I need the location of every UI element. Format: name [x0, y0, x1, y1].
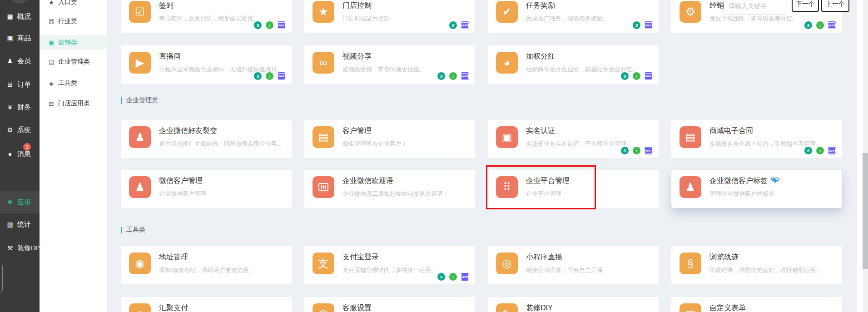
category-item-label: 门店应用类	[58, 99, 90, 108]
app-card[interactable]: ∞视频分享短视频营销，带货传播更便捷。S♪WAP	[304, 45, 475, 84]
platform-badges: S♪WAP	[621, 72, 652, 80]
keyword-input[interactable]	[724, 0, 787, 15]
app-card[interactable]: ☑签到每日签到，反复到店，增加会员粘性。S♪WAP	[121, 0, 292, 33]
category-item-label: 营销类	[58, 39, 77, 47]
entry-category-icon: ★	[47, 0, 55, 6]
left-edge-handle[interactable]	[0, 265, 3, 292]
app-card-title: 客服设置	[342, 303, 372, 312]
app-card-title: 汇聚支付	[159, 303, 188, 312]
task-reward-clipboard-icon: ✔	[496, 1, 518, 23]
app-card-desc: 支付宝端登录访问，多端统一运营。	[342, 266, 437, 274]
platform-badges: S♪WAP	[437, 273, 469, 281]
weapp-icon: S	[633, 21, 640, 29]
app-card[interactable]: ♟微信客户管理企业微信客户管理	[121, 170, 292, 208]
scrollbar-thumb[interactable]	[863, 153, 868, 269]
app-card[interactable]: 支支付宝登录支付宝端登录访问，多端统一运营。S♪WAP	[304, 246, 475, 284]
app-card[interactable]: ▤客户管理归集管理所有企业客户！	[304, 120, 475, 158]
app-window: ▦概况▣商品♟会员⊞订单¥财务⚙系统●消息3❖应用▥统计⚒装修DIY ★入口类⌘…	[0, 0, 868, 312]
sidebar-item-apps[interactable]: ❖应用	[0, 191, 41, 213]
app-card[interactable]: ▣实名认证多场景业务实名认证，平台规范化管理。S♪WAP	[488, 120, 659, 158]
app-card-title: 视频分享	[342, 52, 425, 61]
wap-icon: WAP	[645, 147, 652, 154]
app-card[interactable]: §浏览轨迹轨迹记录，洞察浏览偏好，进行精细运营。	[671, 246, 842, 284]
card-row: ♟微信客户管理企业微信客户管理Hi企业微信欢迎语企业微信员工添加好友自动发送欢迎…	[121, 170, 842, 208]
h5-icon: ♪	[816, 147, 824, 154]
sidebar-item-finance[interactable]: ¥财务	[0, 102, 40, 112]
app-card[interactable]: ◉地址管理添加/修改地址，协助用户更改信息。	[121, 246, 292, 284]
app-card[interactable]: ◎小程序直播链接公域流量，平台自主开播。	[488, 246, 659, 284]
wap-icon: WAP	[461, 273, 469, 281]
section-title: 企业管理类	[126, 96, 158, 104]
category-item-label: 企业管理类	[58, 58, 90, 66]
goods-icon: ▣	[5, 35, 15, 42]
app-card-desc: 多场景业务实名认证，平台规范化管理。	[526, 140, 632, 148]
app-card-desc: 发展下线团队，多等级极差分红。	[709, 15, 798, 23]
industry-category-icon: ⌘	[47, 18, 55, 25]
category-sidebar: ★入口类⌘行业类▣营销类▤企业管理类◈工具类⊟门店应用类	[40, 0, 108, 312]
tags-icon	[771, 177, 779, 186]
category-item-enterprise[interactable]: ▤企业管理类	[40, 55, 108, 69]
weapp-icon: S	[804, 147, 812, 154]
app-card[interactable]: ▤商城电子合同多场景多角色线上签约，手机端查看管理。S♪WAP	[671, 120, 842, 158]
app-card[interactable]: ✔任务奖励完成推广任务，领取任务奖励。SWAP	[488, 0, 659, 33]
app-card[interactable]: ★门店控制门店前端显示控制SWAP	[304, 0, 475, 33]
app-card[interactable]: ▶直播间小程序显示视频号直播间，无缝对接快速跳转。S♪WAP	[121, 45, 292, 84]
app-card[interactable]: ◕加权分红经销商等级月度业绩，权重比例发放分红。S♪WAP	[488, 45, 659, 84]
sidebar-item-members[interactable]: ♟会员	[0, 56, 40, 66]
sidebar-item-statistics[interactable]: ▥统计	[0, 219, 40, 229]
browse-track-footprint-icon: §	[680, 253, 701, 274]
next-button[interactable]: 下一个	[792, 0, 819, 12]
app-card-title: 企业微信好友裂变	[159, 126, 282, 136]
sidebar-item-overview[interactable]: ▦概况	[0, 11, 40, 21]
app-card-desc: 添加/修改地址，协助用户更改信息。	[159, 266, 255, 274]
category-item-industry[interactable]: ⌘行业类	[40, 15, 108, 28]
category-item-label: 工具类	[58, 79, 77, 87]
huiju-pay-diamond-icon: ◈	[129, 303, 151, 312]
category-item-store-apps[interactable]: ⊟门店应用类	[40, 97, 108, 110]
category-item-entry[interactable]: ★入口类	[40, 0, 108, 9]
app-card[interactable]: ✎装修DIY	[488, 297, 659, 312]
section-header: 工具类	[121, 226, 145, 234]
avatar[interactable]	[10, 0, 30, 4]
h5-icon: ♪	[633, 147, 640, 154]
app-card[interactable]: ▤自定义表单	[671, 297, 842, 312]
app-card[interactable]: ♟企业微信好友裂变通过活动推广生成带推广码的海报实现企业客...	[121, 120, 292, 158]
sidebar-item-label: 财务	[17, 103, 31, 112]
app-card[interactable]: Ω客服设置	[304, 297, 475, 312]
scrollbar[interactable]	[863, 0, 868, 312]
category-item-tools[interactable]: ◈工具类	[40, 76, 108, 90]
h5-icon: ♪	[449, 273, 457, 281]
alipay-login-icon: 支	[312, 253, 334, 274]
wecom-welcome-hi-icon: Hi	[312, 176, 334, 198]
app-card-desc: 企业平台管理	[526, 190, 570, 198]
sidebar-item-system[interactable]: ⚙系统	[0, 125, 40, 135]
h5-icon: ♪	[449, 72, 457, 80]
wecom-customer-tag-icon: ♟	[680, 176, 701, 198]
prev-button[interactable]: 上一个	[821, 0, 849, 12]
card-row: ◈汇聚支付Ω客服设置✎装修DIY▤自定义表单	[121, 297, 842, 312]
app-card[interactable]: ◈汇聚支付	[121, 297, 292, 312]
card-row: ♟企业微信好友裂变通过活动推广生成带推广码的海报实现企业客...▤客户管理归集管…	[121, 120, 842, 158]
wap-icon: WAP	[645, 72, 652, 80]
weapp-icon: S	[621, 72, 629, 80]
app-card[interactable]: ♟企业微信客户标签管理企业微信客户的标签	[671, 170, 842, 208]
weighted-dividend-icon: ◕	[496, 52, 518, 74]
app-card-desc: 管理企业微信客户的标签	[709, 190, 779, 198]
app-card-title: 企业平台管理	[526, 176, 570, 186]
category-item-marketing[interactable]: ▣营销类	[40, 35, 108, 50]
app-card-title: 企业微信客户标签	[709, 176, 779, 186]
sidebar-item-decorate-diy[interactable]: ⚒装修DIY	[0, 243, 40, 253]
sidebar-item-messages[interactable]: ●消息3	[0, 149, 40, 159]
marketing-category-icon: ▣	[47, 39, 55, 46]
apps-icon: ❖	[5, 198, 15, 206]
sidebar-item-orders[interactable]: ⊞订单	[0, 79, 40, 89]
app-card[interactable]: Hi企业微信欢迎语企业微信员工添加好友自动发送欢迎语！	[304, 170, 475, 208]
wecom-friend-fission-icon: ♟	[129, 126, 151, 148]
app-card-title: 实名认证	[526, 126, 632, 136]
app-card[interactable]: ⠿企业平台管理企业平台管理	[488, 170, 659, 208]
sidebar-item-goods[interactable]: ▣商品	[0, 33, 40, 43]
customer-service-headset-icon: Ω	[312, 303, 334, 312]
app-card-title: 自定义表单	[709, 303, 746, 312]
wechat-customer-group-icon: ♟	[129, 176, 151, 198]
decorate-diy-brush-icon: ✎	[496, 303, 518, 312]
